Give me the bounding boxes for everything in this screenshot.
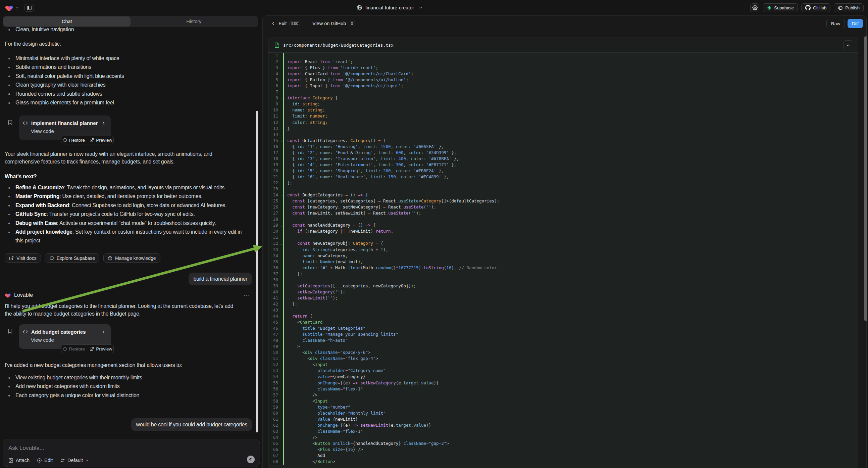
sidebar-toggle-button[interactable] (25, 4, 34, 12)
code-line: 46 title="Budget Categories" (269, 325, 858, 331)
code-line: 1 (269, 53, 858, 59)
code-line: 44 return ( (269, 313, 858, 319)
send-button[interactable] (247, 456, 255, 463)
supabase-button[interactable]: Supabase (763, 3, 798, 12)
list-item: GitHub Sync: Transfer your project's cod… (5, 210, 255, 218)
lovable-app: financial-future-creator Supabase GitHub… (0, 0, 868, 468)
code-line: 13} (269, 125, 858, 131)
code-line: 32⌄ const newCategoryObj: Category = { (269, 240, 858, 246)
fold-chevron-icon[interactable]: ⌄ (281, 138, 282, 144)
code-line: 50 <div className="space-y-6"> (269, 350, 858, 355)
code-line: 63 className="flex-1" (269, 429, 858, 434)
file-card: src/components/budget/BudgetCategories.t… (268, 38, 858, 468)
preview-button[interactable]: Preview (90, 347, 112, 351)
assistant-header: Lovable (5, 292, 33, 298)
code-line: 7 (269, 89, 858, 95)
list-item: Clean, intuitive navigation (5, 25, 253, 34)
exit-shortcut-badge: ESC (289, 21, 300, 26)
list-item: Clean typography with clear hierarchies (5, 81, 253, 89)
workspace-caret-icon[interactable] (15, 6, 19, 10)
image-icon (8, 458, 13, 463)
attach-button[interactable]: Attach (8, 458, 30, 463)
fold-chevron-icon[interactable]: ⌄ (281, 192, 282, 198)
code-line: 3import { Plus } from 'lucide-react'; (269, 65, 858, 71)
user-message-bubble: would be cool if you could add budget ca… (131, 418, 252, 431)
code-line: 55 onChange={(e) => setNewCategory(e.tar… (269, 380, 858, 386)
quick-actions-row: Visit docs Explore Supabase Manage knowl… (5, 254, 160, 263)
composer-input[interactable]: Ask Lovable... (8, 445, 44, 451)
added-bullet-list: View existing budget categories with the… (5, 373, 255, 400)
fold-chevron-icon[interactable]: ⌄ (281, 240, 282, 246)
chat-scrollbar[interactable] (256, 111, 258, 432)
list-item: Rounded corners and subtle shadows (5, 90, 253, 98)
code-line: 11 limit: number; (269, 113, 858, 119)
settings-button[interactable] (750, 3, 759, 12)
restore-button-disabled[interactable]: Restore (63, 347, 85, 351)
code-line: 24⌄const BudgetCategories = () => { (269, 192, 858, 198)
code-line: 56 className="flex-1" (269, 386, 858, 392)
publish-globe-icon (838, 5, 843, 10)
code-line: 58 <Input (269, 398, 858, 404)
code-line: 42 }; (269, 301, 858, 307)
code-line: 39 setCategories([...categories, newCate… (269, 283, 858, 289)
list-item: Minimalist interface with plenty of whit… (5, 54, 253, 63)
version-actions: Restore Preview (61, 345, 114, 353)
code-line: 10 name: string; (269, 107, 858, 113)
view-code-link[interactable]: View code (19, 126, 111, 134)
code-panel-scrollbar[interactable] (864, 36, 867, 321)
visit-docs-button[interactable]: Visit docs (5, 254, 41, 263)
code-line: 49 > (269, 344, 858, 350)
bookmark-icon[interactable] (7, 328, 13, 334)
github-icon (805, 5, 811, 10)
code-line: 4import ChartCard from '@/components/ui/… (269, 71, 858, 77)
edit-button[interactable]: Edit (37, 458, 53, 463)
github-button[interactable]: GitHub (801, 3, 830, 12)
code-line: 15⌄const defaultCategories: Category[] =… (269, 138, 858, 144)
code-line: 53 placeholder="Category name" (269, 368, 858, 374)
view-on-github-button[interactable]: View on GitHub (312, 21, 346, 26)
code-line: 26 const [newCategory, setNewCategory] =… (269, 204, 858, 210)
collapse-file-button[interactable] (843, 40, 853, 50)
code-line: 54 value={newCategory} (269, 374, 858, 380)
preview-button[interactable]: Preview (90, 138, 112, 143)
gear-icon (752, 5, 757, 10)
code-line: 31 (269, 234, 858, 240)
version-card-title: Implement financial planner (31, 120, 98, 126)
code-line: 33 id: String(categories.length + 1), (269, 247, 858, 253)
list-item: Each category gets a unique color for vi… (5, 391, 255, 400)
code-line: 16 { id: '1', name: 'Housing', limit: 15… (269, 144, 858, 150)
package-icon (108, 256, 113, 261)
lovable-logo-icon[interactable] (5, 4, 13, 12)
code-line: 22]; (269, 180, 858, 186)
code-editor[interactable]: 12import React from 'react';3import { Pl… (269, 53, 858, 468)
publish-button[interactable]: Publish (834, 3, 864, 12)
bookmark-icon[interactable] (7, 119, 13, 125)
explore-supabase-button[interactable]: Explore Supabase (45, 254, 99, 263)
intro-bullet-list: Clean, intuitive navigation (5, 25, 253, 34)
project-switcher[interactable]: financial-future-creator (356, 0, 423, 16)
diff-toggle-button[interactable]: Diff (847, 19, 863, 28)
whats-next-list: Refine & Customize: Tweak the design, an… (5, 183, 255, 245)
message-menu-button[interactable]: ··· (244, 293, 251, 298)
code-line: 35 limit: Number(newLimit), (269, 259, 858, 265)
code-line: 34 name: newCategory, (269, 253, 858, 259)
target-icon (37, 458, 42, 463)
supabase-label: Supabase (774, 5, 794, 10)
view-code-link[interactable]: View code (19, 335, 111, 343)
supabase-icon (767, 5, 772, 10)
code-line: 57 /> (269, 392, 858, 398)
list-item: Refine & Customize: Tweak the design, an… (5, 183, 255, 192)
manage-knowledge-button[interactable]: Manage knowledge (103, 254, 160, 263)
code-line: 60 placeholder="Monthly limit" (269, 410, 858, 416)
mode-select[interactable]: Default (60, 458, 89, 463)
exit-button[interactable]: Exit (278, 21, 286, 26)
code-line: 18 { id: '3', name: 'Transportation', li… (269, 156, 858, 162)
list-item-text: Clean, intuitive navigation (16, 27, 74, 32)
fold-chevron-icon[interactable]: ⌄ (281, 95, 282, 101)
fold-chevron-icon[interactable]: ⌄ (281, 222, 282, 228)
restore-button[interactable]: Restore (63, 138, 85, 143)
code-line: 65 <Button onClick={handleAddCategory} c… (269, 440, 858, 446)
raw-toggle-button[interactable]: Raw (827, 19, 845, 28)
list-item: Glass-morphic elements for a premium fee… (5, 98, 253, 107)
user-message-bubble: build a financial planner (189, 273, 252, 285)
